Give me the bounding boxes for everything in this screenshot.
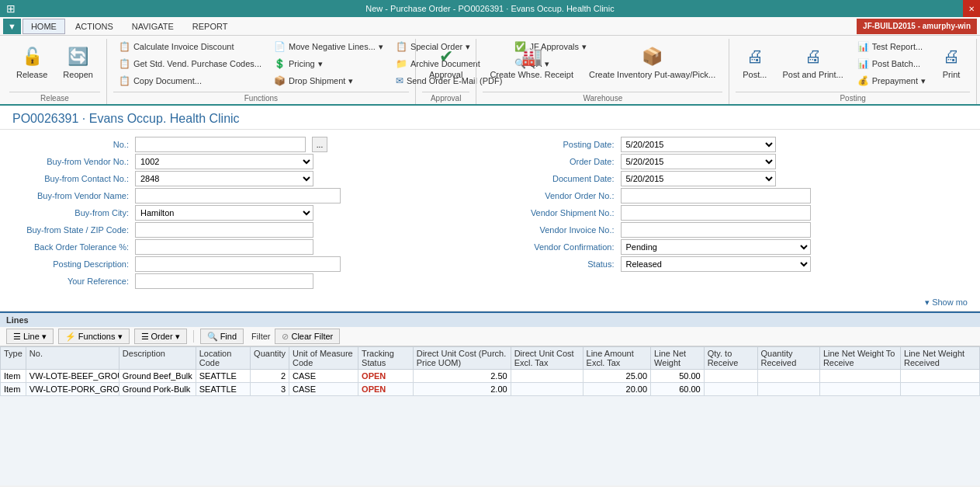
table-cell bbox=[757, 370, 819, 383]
form-right: Posting Date: 5/20/2015 Order Date: 5/20… bbox=[498, 136, 968, 290]
line-dropdown-icon: ▾ bbox=[42, 332, 47, 342]
calculate-invoice-btn[interactable]: 📋 Calculate Invoice Discount bbox=[113, 39, 267, 54]
col-no: No. bbox=[26, 347, 119, 370]
copy-icon: 📋 bbox=[119, 75, 130, 86]
post-print-icon: 🖨 bbox=[805, 46, 822, 68]
form-row-vendor-confirmation: Vendor Confirmation: Pending bbox=[498, 238, 968, 256]
ribbon-group-functions: 📋 Calculate Invoice Discount 📋 Get Std. … bbox=[107, 39, 416, 104]
lines-table-body: ItemVW-LOTE-BEEF_GROUNDGround Beef_BulkS… bbox=[1, 370, 980, 396]
table-cell: 25.00 bbox=[583, 370, 651, 383]
col-direct-unit-cost-purch: Direct Unit Cost (Purch. Price UOM) bbox=[413, 347, 511, 370]
col-line-net-weight-received: Line Net Weight Received bbox=[901, 347, 980, 370]
col-quantity-received: Quantity Received bbox=[757, 347, 819, 370]
table-row[interactable]: ItemVW-LOTE-PORK_GROU...Ground Pork-Bulk… bbox=[1, 383, 980, 396]
approval-group-label: Approval bbox=[422, 92, 469, 104]
col-quantity: Quantity bbox=[251, 347, 289, 370]
release-button[interactable]: 🔓 Release bbox=[9, 39, 54, 87]
release-group-label: Release bbox=[9, 92, 100, 104]
table-cell: 50.00 bbox=[651, 370, 705, 383]
city-select[interactable]: Hamilton bbox=[135, 205, 313, 221]
posting-desc-input[interactable] bbox=[135, 256, 341, 272]
form-row-posting-desc: Posting Description: Order PO0026391 bbox=[12, 256, 483, 273]
col-direct-unit-cost-excl: Direct Unit Cost Excl. Tax bbox=[511, 347, 583, 370]
menu-home[interactable]: HOME bbox=[23, 19, 65, 34]
toolbar-sep1 bbox=[193, 330, 194, 343]
order-date-select[interactable]: 5/20/2015 bbox=[621, 154, 776, 169]
table-cell bbox=[901, 370, 980, 383]
create-inventory-btn[interactable]: 📦 Create Inventory Put-away/Pick... bbox=[582, 39, 722, 87]
find-btn[interactable]: 🔍 Find bbox=[200, 329, 244, 344]
create-whse-receipt-btn[interactable]: 🏭 Create Whse. Receipt bbox=[483, 39, 580, 87]
reopen-button[interactable]: 🔄 Reopen bbox=[56, 39, 100, 87]
posting-group-label: Posting bbox=[736, 92, 970, 104]
state-label: Buy-from State / ZIP Code: bbox=[12, 225, 129, 235]
warehouse-group-label: Warehouse bbox=[483, 92, 722, 104]
menu-report[interactable]: REPORT bbox=[184, 19, 237, 34]
reopen-icon: 🔄 bbox=[68, 46, 88, 68]
no-input[interactable] bbox=[135, 137, 306, 152]
line-btn[interactable]: ☰ Line ▾ bbox=[6, 329, 54, 344]
test-report-btn[interactable]: 📊 Test Report... bbox=[852, 39, 931, 54]
functions-btn[interactable]: ⚡ Functions ▾ bbox=[58, 329, 130, 344]
lines-section: Lines ☰ Line ▾ ⚡ Functions ▾ ☰ Order ▾ 🔍… bbox=[0, 311, 980, 485]
pricing-icon: 💲 bbox=[274, 58, 286, 69]
vendor-name-input[interactable] bbox=[135, 188, 341, 203]
vendor-no-label: Buy-from Vendor No.: bbox=[12, 157, 129, 166]
inventory-icon: 📦 bbox=[642, 46, 663, 68]
posting-date-select[interactable]: 5/20/2015 bbox=[621, 137, 776, 152]
form-row-no: No.: PO0026391 ... bbox=[12, 136, 483, 153]
release-icon: 🔓 bbox=[22, 46, 43, 68]
close-button[interactable]: ✕ bbox=[963, 0, 980, 17]
no-ellipsis-btn[interactable]: ... bbox=[312, 137, 327, 152]
get-std-vend-btn[interactable]: 📋 Get Std. Vend. Purchase Codes... bbox=[113, 56, 267, 71]
no-label: No.: bbox=[12, 140, 129, 149]
your-ref-input[interactable] bbox=[135, 273, 313, 289]
post-batch-icon: 📊 bbox=[857, 58, 869, 69]
approval-button[interactable]: ✔ Approval bbox=[422, 39, 469, 87]
print-button[interactable]: 🖨 Print bbox=[933, 39, 970, 87]
table-cell bbox=[757, 383, 819, 396]
get-std-icon: 📋 bbox=[119, 58, 130, 69]
post-batch-btn[interactable]: 📊 Post Batch... bbox=[852, 56, 931, 71]
pricing-btn[interactable]: 💲 Pricing▾ bbox=[268, 56, 389, 71]
post-button[interactable]: 🖨 Post... bbox=[736, 39, 774, 87]
form-row-vendor-no: Buy-from Vendor No.: 1002 bbox=[12, 153, 483, 170]
copy-document-btn[interactable]: 📋 Copy Document... bbox=[113, 73, 267, 89]
status-select[interactable]: Released bbox=[621, 256, 811, 272]
table-row[interactable]: ItemVW-LOTE-BEEF_GROUNDGround Beef_BulkS… bbox=[1, 370, 980, 383]
vendor-order-no-input[interactable] bbox=[621, 188, 811, 203]
jf-badge: JF-BUILD2015 - amurphy-win bbox=[857, 19, 977, 34]
page-title: PO0026391 · Evans Occup. Health Clinic bbox=[12, 112, 968, 126]
show-more-btn[interactable]: ▾ Show mo bbox=[0, 296, 980, 311]
vendor-shipment-no-input[interactable] bbox=[621, 205, 811, 221]
drop-shipment-btn[interactable]: 📦 Drop Shipment▾ bbox=[268, 73, 389, 89]
clear-filter-icon: ⊘ bbox=[282, 332, 289, 342]
vendor-invoice-no-input[interactable] bbox=[621, 222, 811, 238]
contact-no-select[interactable]: 2848 bbox=[135, 171, 313, 186]
city-label: Buy-from City: bbox=[12, 208, 129, 217]
post-and-print-button[interactable]: 🖨 Post and Print... bbox=[775, 39, 850, 87]
move-negative-btn[interactable]: 📄 Move Negative Lines...▾ bbox=[268, 39, 389, 54]
document-date-select[interactable]: 5/20/2015 bbox=[621, 171, 776, 186]
prepayment-btn[interactable]: 💰 Prepayment▾ bbox=[852, 73, 931, 89]
form-row-state: Buy-from State / ZIP Code: Ontario bbox=[12, 221, 483, 238]
clear-filter-btn[interactable]: ⊘ Clear Filter bbox=[275, 329, 340, 344]
move-icon: 📄 bbox=[274, 41, 286, 52]
vendor-confirmation-select[interactable]: Pending bbox=[621, 239, 811, 255]
form-area: No.: PO0026391 ... Buy-from Vendor No.: … bbox=[0, 130, 980, 296]
test-report-icon: 📊 bbox=[857, 41, 869, 52]
table-header-row: Type No. Description Location Code Quant… bbox=[1, 347, 980, 370]
table-cell bbox=[819, 370, 900, 383]
state-input[interactable] bbox=[135, 222, 313, 238]
order-btn[interactable]: ☰ Order ▾ bbox=[134, 329, 187, 344]
post-icon: 🖨 bbox=[746, 46, 764, 68]
menu-navigate[interactable]: NAVIGATE bbox=[123, 19, 182, 34]
back-order-input[interactable] bbox=[135, 239, 313, 255]
menu-actions[interactable]: ACTIONS bbox=[67, 19, 122, 34]
col-description: Description bbox=[119, 347, 196, 370]
posting-desc-label: Posting Description: bbox=[12, 259, 129, 269]
form-row-vendor-order-no: Vendor Order No.: bbox=[498, 187, 968, 204]
app-menu-dropdown[interactable]: ▼ bbox=[3, 19, 21, 34]
vendor-no-select[interactable]: 1002 bbox=[135, 154, 313, 169]
form-row-status: Status: Released bbox=[498, 256, 968, 273]
